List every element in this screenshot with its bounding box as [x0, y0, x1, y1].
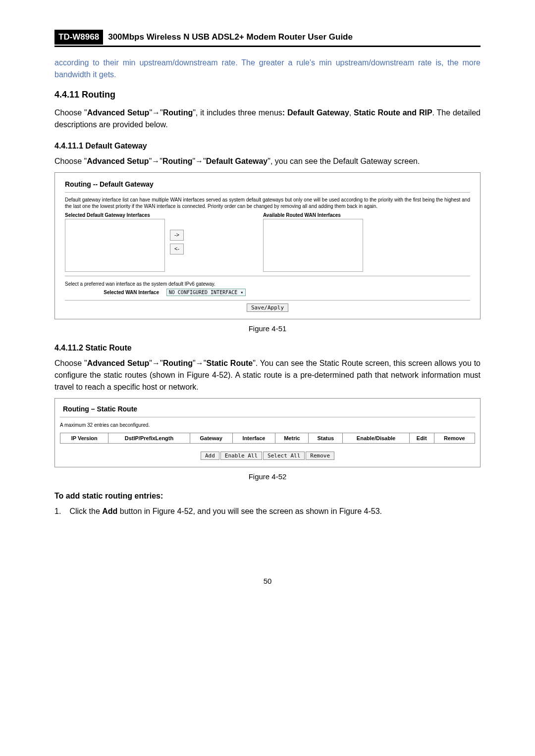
- text: Default Gateway: [206, 157, 268, 165]
- section-heading-routing: 4.4.11 Routing: [54, 90, 481, 100]
- static-route-table: IP Version DstIP/PrefixLength Gateway In…: [60, 433, 475, 444]
- figure-caption-51: Figure 4-51: [54, 324, 481, 333]
- text: Static Route: [206, 359, 253, 367]
- figure-title: Routing -- Default Gateway: [65, 180, 470, 188]
- add-entries-heading: To add static routing entries:: [54, 492, 481, 501]
- page-header: TD-W8968 300Mbps Wireless N USB ADSL2+ M…: [54, 30, 481, 47]
- col-remove: Remove: [434, 433, 475, 444]
- move-right-button[interactable]: ->: [170, 230, 184, 241]
- text: button in Figure 4-52, and you will see …: [117, 507, 382, 515]
- static-route-heading: 4.4.11.2 Static Route: [54, 344, 481, 353]
- header-title: 300Mbps Wireless N USB ADSL2+ Modem Rout…: [103, 30, 358, 45]
- col-edit: Edit: [409, 433, 434, 444]
- default-gateway-heading: 4.4.11.1 Default Gateway: [54, 142, 481, 151]
- available-interfaces-list[interactable]: [263, 219, 363, 272]
- add-button[interactable]: Add: [201, 452, 219, 460]
- available-interfaces-label: Available Routed WAN Interfaces: [263, 212, 363, 218]
- text: ", you can see the Default Gateway scree…: [268, 157, 420, 165]
- text: "→": [149, 108, 162, 117]
- text: "→": [149, 157, 162, 165]
- text: ,: [349, 108, 354, 117]
- enable-all-button[interactable]: Enable All: [220, 452, 262, 460]
- col-interface: Interface: [232, 433, 275, 444]
- text: Static Route and RIP: [354, 108, 432, 117]
- divider: [65, 192, 470, 193]
- text: "→": [192, 157, 206, 165]
- text: Advanced Setup: [87, 359, 150, 367]
- selected-wan-label: Selected WAN Interface: [65, 290, 159, 295]
- save-apply-button[interactable]: Save/Apply: [247, 303, 288, 312]
- move-left-button[interactable]: <-: [170, 244, 184, 254]
- col-status: Status: [309, 433, 343, 444]
- figure-static-route: Routing – Static Route A maximum 32 entr…: [54, 398, 481, 467]
- default-gateway-intro: Choose "Advanced Setup"→"Routing"→"Defau…: [54, 155, 481, 167]
- remove-button[interactable]: Remove: [306, 452, 334, 460]
- figure-default-gateway: Routing -- Default Gateway Default gatew…: [54, 172, 481, 319]
- select-all-button[interactable]: Select All: [263, 452, 305, 460]
- add-entries-step1: 1. Click the Add button in Figure 4-52, …: [54, 505, 481, 517]
- col-dstip: DstIP/PrefixLength: [108, 433, 190, 444]
- text: Routing: [163, 108, 193, 117]
- col-enable-disable: Enable/Disable: [343, 433, 410, 444]
- text: Click the: [69, 507, 102, 515]
- page-number: 50: [54, 577, 481, 585]
- text: : Default Gateway: [282, 108, 349, 117]
- max-entries-note: A maximum 32 entries can beconfigured.: [60, 422, 475, 428]
- text: Routing: [162, 157, 192, 165]
- selected-interfaces-list[interactable]: [65, 219, 165, 272]
- text: Add: [102, 507, 117, 515]
- col-gateway: Gateway: [190, 433, 232, 444]
- text: Choose ": [54, 108, 87, 117]
- selected-wan-dropdown[interactable]: NO CONFIGURED INTERFACE ▾: [166, 289, 246, 296]
- figure-description: Default gateway interface list can have …: [65, 197, 470, 209]
- static-route-intro: Choose "Advanced Setup"→"Routing"→"Stati…: [54, 357, 481, 393]
- divider: [65, 276, 470, 276]
- text: "→": [193, 359, 206, 367]
- qos-note: according to their min upstream/downstre…: [54, 57, 481, 81]
- text: Advanced Setup: [87, 157, 149, 165]
- list-number: 1.: [54, 505, 67, 517]
- text: Choose ": [54, 359, 87, 367]
- text: Advanced Setup: [87, 108, 150, 117]
- ipv6-note: Select a preferred wan interface as the …: [65, 281, 470, 287]
- selected-interfaces-label: Selected Default Gateway Interfaces: [65, 212, 165, 218]
- figure-title: Routing – Static Route: [63, 405, 475, 413]
- text: Routing: [163, 359, 193, 367]
- divider: [60, 417, 475, 417]
- divider: [65, 300, 470, 301]
- routing-intro: Choose "Advanced Setup"→"Routing", it in…: [54, 107, 481, 131]
- text: "→": [149, 359, 162, 367]
- figure-caption-52: Figure 4-52: [54, 472, 481, 481]
- header-model: TD-W8968: [54, 30, 103, 45]
- text: ", it includes three menus: [193, 108, 282, 117]
- col-ip-version: IP Version: [60, 433, 108, 444]
- text: Choose ": [54, 157, 87, 165]
- col-metric: Metric: [275, 433, 309, 444]
